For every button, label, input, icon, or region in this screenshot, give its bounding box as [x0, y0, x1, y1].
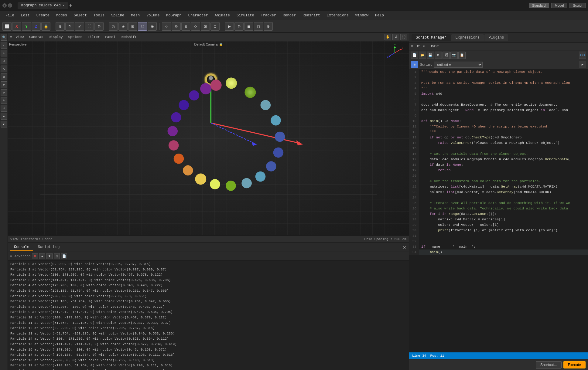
vp-panel-menu[interactable]: Panel [103, 35, 117, 39]
snap-btn-2[interactable]: ⚙ [172, 22, 181, 31]
left-tool-5[interactable]: ⊞ [1, 73, 7, 80]
main-tab[interactable]: mograph_colors.c4d ✕ [18, 2, 68, 9]
console-btn-down[interactable]: ▼ [46, 253, 53, 259]
sculpt-layout-button[interactable]: Sculpt [569, 3, 586, 8]
sm-tab-expressions[interactable]: Expressions [451, 34, 484, 41]
scale-tool[interactable]: ⤢ [75, 22, 84, 31]
menu-modes[interactable]: Modes [53, 12, 70, 19]
render-btn-1[interactable]: ▶ [225, 22, 234, 31]
snap-btn-4[interactable]: ⊹ [191, 22, 200, 31]
sm-open-icon[interactable]: 📂 [419, 52, 426, 59]
sm-tab-plugins[interactable]: Plugins [484, 34, 508, 41]
mode-btn-1[interactable]: ◎ [109, 22, 118, 31]
sm-run-icon[interactable]: ▶ [579, 61, 586, 68]
vp-view-menu[interactable]: View [14, 35, 26, 39]
render-btn-3[interactable]: ◼ [244, 22, 253, 31]
snap-btn-6[interactable]: ⊙ [210, 22, 220, 31]
lock-button[interactable]: 🔒 [41, 22, 50, 31]
sm-script-icon[interactable]: ⊞ [411, 61, 418, 68]
vp-hand-tool[interactable]: ✋ [385, 34, 391, 40]
render-btn-2[interactable]: ⚙ [234, 22, 244, 31]
render-btn-5[interactable]: ⊕ [264, 22, 273, 31]
left-tool-4[interactable]: ⤡ [1, 66, 7, 72]
snap-btn-1[interactable]: ⟡ [162, 22, 171, 31]
sm-save-icon[interactable]: 💾 [427, 52, 434, 59]
left-tool-11[interactable]: 🖌 [1, 121, 7, 127]
script-log-tab[interactable]: Script Log [34, 244, 63, 251]
forward-button[interactable]: › [8, 3, 12, 8]
vp-display-menu[interactable]: Display [47, 35, 64, 39]
snap-btn-3[interactable]: ⊞ [181, 22, 190, 31]
snap-btn-5[interactable]: ⊠ [201, 22, 210, 31]
menu-extensions[interactable]: Extensions [324, 12, 352, 19]
sm-script-dropdown[interactable]: untitled ● [434, 62, 483, 68]
viewport-menu-icon[interactable]: ≡ [10, 35, 12, 39]
console-btn-copy[interactable]: ⎘ [54, 253, 60, 259]
sm-file-menu[interactable]: File [415, 44, 427, 49]
menu-simulate[interactable]: Simulate [234, 12, 257, 19]
menu-mograph[interactable]: MoGraph [163, 12, 184, 19]
standard-layout-button[interactable]: Standard [529, 3, 549, 8]
menu-animate[interactable]: Animate [212, 12, 233, 19]
left-tool-8[interactable]: ✎ [1, 97, 7, 104]
bottom-close-button[interactable]: ✕ [403, 245, 406, 250]
left-tool-1[interactable]: ↖ [1, 42, 7, 49]
sm-camera-icon[interactable]: 📷 [450, 52, 458, 59]
mode-btn-4[interactable]: ⬡ [138, 22, 147, 31]
menu-window[interactable]: Window [352, 12, 371, 19]
tab-close-icon[interactable]: ✕ [63, 4, 64, 7]
clear-console-button[interactable]: ✕ [32, 253, 38, 259]
console-btn-up[interactable]: ▲ [39, 253, 45, 259]
vp-filter-menu[interactable]: Filter [86, 35, 102, 39]
shortcut-button[interactable]: Shortcut... [536, 361, 562, 368]
vp-fullscreen[interactable]: ⛶ [400, 34, 407, 40]
bottom-hamburger-icon[interactable]: ≡ [10, 254, 12, 258]
sm-edit-menu[interactable]: Edit [429, 44, 441, 49]
menu-render[interactable]: Render [280, 12, 299, 19]
execute-button[interactable]: Execute [563, 361, 586, 368]
menu-volume[interactable]: Volume [143, 12, 162, 19]
model-layout-button[interactable]: Model [551, 3, 567, 8]
console-tab[interactable]: Console [10, 244, 33, 251]
menu-redshift[interactable]: Redshift [299, 12, 323, 19]
select-tool[interactable]: ⛶ [85, 22, 94, 31]
menu-edit[interactable]: Edit [18, 12, 33, 19]
render-btn-4[interactable]: ◻ [254, 22, 263, 31]
left-tool-7[interactable]: ⊙ [1, 89, 7, 96]
menu-spline[interactable]: Spline [108, 12, 127, 19]
mode-btn-2[interactable]: ◈ [118, 22, 128, 31]
left-tool-select[interactable]: 🔍 [1, 34, 7, 41]
mode-btn-5[interactable]: ◉ [148, 22, 157, 31]
menu-select[interactable]: Select [71, 12, 90, 19]
menu-character[interactable]: Character [185, 12, 211, 19]
sm-doc-icon[interactable]: 📋 [458, 52, 466, 59]
vp-options-menu[interactable]: Options [67, 35, 84, 39]
vp-redshift-menu[interactable]: Redshift [119, 35, 139, 39]
viewport[interactable]: Perspective Default Camera 🔒 X [8, 41, 409, 235]
left-tool-10[interactable]: ◈ [1, 113, 7, 120]
sm-hamburger-icon[interactable]: ≡ [411, 44, 413, 49]
sm-save-all-icon[interactable]: ⊞ [435, 52, 442, 59]
left-tool-6[interactable]: ⊕ [1, 81, 7, 88]
x-axis-button[interactable]: X [12, 22, 21, 31]
menu-help[interactable]: Help [372, 12, 387, 19]
console-btn-doc[interactable]: 📄 [61, 253, 67, 259]
menu-mesh[interactable]: Mesh [128, 12, 143, 19]
code-editor[interactable]: 1"""Reads out the particle data of a MoG… [409, 69, 588, 352]
y-axis-button[interactable]: Y [22, 22, 31, 31]
vp-rotate-icon[interactable]: ↺ [392, 34, 399, 40]
left-tool-2[interactable]: ✛ [1, 50, 7, 56]
rotate-tool[interactable]: ↻ [65, 22, 74, 31]
sm-new-icon[interactable]: 📄 [411, 52, 418, 59]
mode-btn-3[interactable]: ⊞ [128, 22, 137, 31]
new-button[interactable]: ⬜ [2, 22, 12, 31]
left-tool-9[interactable]: ⊿ [1, 105, 7, 112]
sm-tab-script-manager[interactable]: Script Manager [412, 34, 451, 41]
menu-tools[interactable]: Tools [91, 12, 108, 19]
add-tab-button[interactable]: + [69, 3, 72, 8]
anim-tool[interactable]: ⚙ [94, 22, 104, 31]
menu-tracker[interactable]: Tracker [258, 12, 279, 19]
left-tool-3[interactable]: ↺ [1, 58, 7, 64]
z-axis-button[interactable]: Z [32, 22, 41, 31]
vp-cameras-menu[interactable]: Cameras [27, 35, 45, 39]
